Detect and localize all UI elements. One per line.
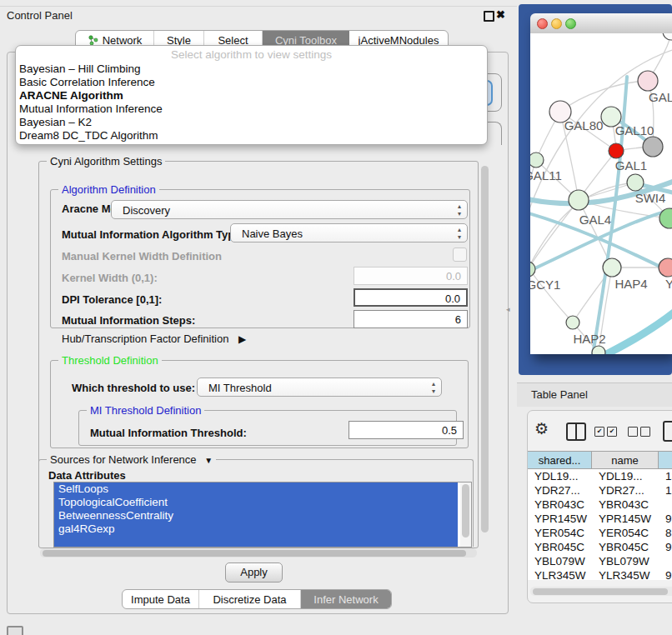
unselect-all-icon[interactable] [628, 427, 638, 437]
kernel-width-field[interactable]: 0.0 [354, 267, 468, 285]
node-gcy1[interactable] [530, 262, 535, 277]
table-row[interactable]: YDR27...YDR27...12 [528, 483, 672, 498]
tab-discretize-data[interactable]: Discretize Data [199, 590, 301, 608]
settings-vertical-scrollbar[interactable] [479, 163, 490, 546]
table-panel: ⚙ ✔ ✔ shared... name YDL19...YDL19...13 … [527, 410, 672, 603]
column-header-cut[interactable] [659, 452, 672, 468]
minimize-window-icon[interactable] [551, 18, 562, 29]
select-all-check-icon[interactable]: ✔ [594, 427, 604, 437]
table-row[interactable]: YDL19...YDL19...13 [528, 469, 672, 483]
hub-definition-expander[interactable]: Hub/Transcription Factor Definition ▶ [62, 332, 246, 345]
column-header-shared-name[interactable]: shared... [528, 452, 592, 468]
table-body: YDL19...YDL19...13 YDR27...YDR27...12 YB… [528, 469, 672, 580]
mi-steps-field[interactable]: 6 [354, 310, 468, 328]
node-gal11[interactable] [530, 152, 544, 168]
dpi-tolerance-field[interactable]: 0.0 [354, 288, 468, 307]
network-canvas[interactable]: GAL80 GAL10 GAL1 GAL11 SWI4 GAL4 GCY1 HA… [530, 33, 672, 354]
tab-infer-network[interactable]: Infer Network [301, 590, 391, 608]
kernel-width-label: Kernel Width (0,1): [62, 272, 158, 284]
label-swi4: SWI4 [635, 191, 666, 205]
table-row[interactable]: YLR345WYLR345W9. [528, 568, 672, 580]
table-row[interactable]: YBR045CYBR045C9. [528, 540, 672, 554]
algorithm-option-bayesian-k2[interactable]: Bayesian – K2 [16, 116, 487, 129]
dpi-tolerance-label: DPI Tolerance [0,1]: [62, 293, 162, 306]
hub-definition-label: Hub/Transcription Factor Definition [62, 332, 228, 345]
float-panel-icon[interactable] [484, 11, 494, 22]
data-attributes-label: Data Attributes [48, 469, 126, 482]
label-gal80: GAL80 [564, 118, 604, 132]
attribute-selfloops[interactable]: SelfLoops [54, 482, 458, 496]
settings-horizontal-scrollbar[interactable] [40, 548, 477, 558]
network-window[interactable]: GAL80 GAL10 GAL1 GAL11 SWI4 GAL4 GCY1 HA… [530, 13, 672, 354]
close-window-icon[interactable] [537, 18, 548, 29]
node-gray[interactable] [643, 137, 663, 157]
which-threshold-combo[interactable]: MI Threshold ▴▾ [197, 378, 442, 397]
manual-kernel-width-label: Manual Kernel Width Definition [62, 250, 222, 262]
application-window: Control Panel ✖ Network Style Select Cyn… [0, 0, 672, 635]
apply-button[interactable]: Apply [225, 562, 283, 582]
combo-stepper-icon: ▴▾ [458, 202, 461, 218]
node-gal-pink[interactable] [638, 71, 658, 91]
splitpane-collapse-icon[interactable]: ◂ [506, 305, 510, 313]
table-row[interactable]: YPR145WYPR145W9. [528, 512, 672, 526]
node-swi4[interactable] [627, 174, 644, 191]
attribute-partial-row[interactable] [54, 536, 458, 548]
node-unnamed-top[interactable] [663, 33, 672, 40]
mi-threshold-field[interactable]: 0.5 [349, 421, 464, 439]
node-hap2[interactable] [566, 316, 579, 329]
node-bottom[interactable] [592, 346, 605, 354]
attribute-betweennesscentrality[interactable]: BetweennessCentrality [54, 509, 458, 522]
collapse-down-icon[interactable]: ▼ [204, 456, 213, 465]
algorithm-dropdown-popup: Select algorithm to view settings Bayesi… [15, 45, 488, 145]
node-hap4[interactable] [603, 258, 621, 277]
expand-right-icon[interactable]: ▶ [238, 333, 246, 345]
settings-hscrollbar-thumb[interactable] [43, 550, 466, 557]
algorithm-option-dream8[interactable]: Dream8 DC_TDC Algorithm [16, 129, 487, 142]
node-salmon-right[interactable] [659, 258, 672, 277]
attributes-list-scrollbar[interactable] [460, 482, 471, 547]
algorithm-option-bayesian-hill-climbing[interactable]: Bayesian – Hill Climbing [16, 62, 487, 76]
table-horizontal-scrollbar[interactable] [530, 587, 672, 596]
close-panel-icon[interactable]: ✖ [496, 8, 505, 21]
attributes-scrollbar-thumb[interactable] [462, 484, 469, 538]
settings-vscrollbar-thumb[interactable] [481, 166, 489, 532]
mi-threshold-group-title: MI Threshold Definition [87, 404, 204, 417]
aracne-mode-combo[interactable]: Discovery ▴▾ [111, 200, 468, 219]
combo-stepper-icon: ▴▾ [432, 380, 435, 395]
mi-algorithm-type-combo[interactable]: Naive Bayes ▴▾ [230, 223, 468, 242]
minimized-panel-icon[interactable] [7, 626, 23, 635]
which-threshold-value: MI Threshold [208, 382, 272, 394]
sources-group-title[interactable]: Sources for Network Inference ▼ [47, 453, 216, 466]
attribute-topologicalcoefficient[interactable]: TopologicalCoefficient [54, 496, 458, 509]
threshold-definition-title: Threshold Definition [58, 354, 162, 367]
algorithm-option-basic-correlation[interactable]: Basic Correlation Inference [16, 76, 487, 89]
label-y-cut: Y [665, 277, 672, 291]
node-gal1-red[interactable] [609, 143, 624, 158]
select-all-check-icon2[interactable]: ✔ [607, 427, 617, 437]
control-panel-titlebar [0, 6, 517, 27]
table-row[interactable]: YBL079WYBL079W [528, 554, 672, 568]
table-row[interactable]: YBR043CYBR043C [528, 498, 672, 512]
unselect-all-icon2[interactable] [640, 427, 650, 437]
column-header-name[interactable]: name [592, 452, 659, 468]
tab-impute-data[interactable]: Impute Data [123, 590, 199, 608]
algorithm-option-mutual-information[interactable]: Mutual Information Inference [16, 102, 487, 116]
table-row[interactable]: YER054CYER054C8. [528, 526, 672, 540]
data-attributes-list[interactable]: SelfLoops TopologicalCoefficient Between… [53, 482, 472, 548]
attribute-gal4rgexp[interactable]: gal4RGexp [54, 522, 458, 536]
table-hscrollbar-thumb[interactable] [533, 588, 668, 595]
function-builder-icon[interactable] [663, 421, 672, 442]
aracne-mode-value: Discovery [123, 204, 170, 217]
mi-algorithm-type-label: Mutual Information Algorithm Type: [62, 228, 244, 241]
label-gal1: GAL1 [615, 158, 647, 172]
label-gal11: GAL11 [530, 168, 562, 182]
label-hap4: HAP4 [614, 277, 647, 291]
node-gal4[interactable] [569, 190, 589, 210]
algorithm-option-aracne[interactable]: ARACNE Algorithm [16, 89, 487, 102]
network-window-titlebar[interactable] [530, 13, 672, 34]
zoom-window-icon[interactable] [565, 18, 576, 29]
columns-icon[interactable] [566, 422, 586, 441]
label-gal4: GAL4 [579, 212, 611, 227]
manual-kernel-width-checkbox[interactable] [453, 248, 467, 262]
gear-icon[interactable]: ⚙ [534, 421, 549, 438]
